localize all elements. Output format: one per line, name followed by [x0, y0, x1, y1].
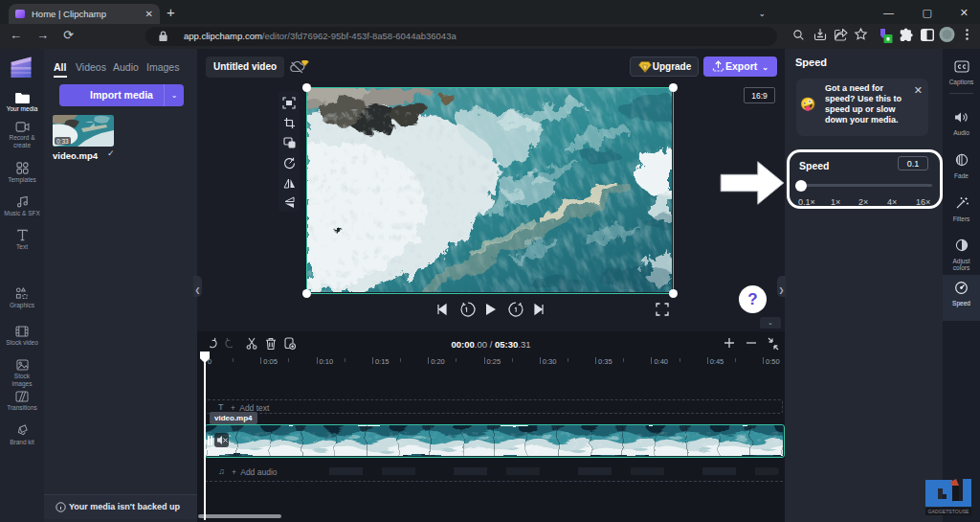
svg-text:GADGETSTOUSE: GADGETSTOUSE: [927, 509, 969, 514]
